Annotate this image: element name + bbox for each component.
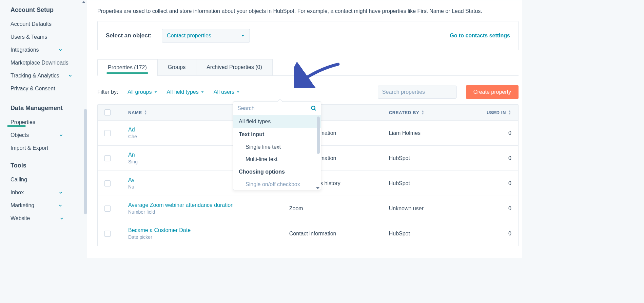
nav-label: Inbox: [11, 190, 24, 196]
scroll-down-icon[interactable]: [316, 187, 319, 189]
dropdown-list: All field types Text input Single line t…: [233, 115, 321, 190]
property-name-link[interactable]: Became a Customer Date: [128, 227, 191, 233]
sidebar-item-integrations[interactable]: Integrations: [11, 43, 87, 56]
svg-marker-0: [241, 35, 244, 37]
row-checkbox[interactable]: [104, 231, 111, 237]
cell-used-in: 0: [481, 206, 511, 212]
svg-line-7: [314, 109, 316, 110]
property-type: Number field: [128, 209, 234, 215]
filter-row: Filter by: All groups All field types Al…: [97, 76, 519, 104]
sidebar-item-marketplace-downloads[interactable]: Marketplace Downloads: [11, 56, 87, 69]
dropdown-item-single-line-text[interactable]: Single line text: [233, 141, 321, 153]
nav-label: Tracking & Analytics: [11, 73, 59, 79]
intro-text: Properties are used to collect and store…: [97, 3, 519, 21]
nav-label: Objects: [11, 132, 29, 138]
dropdown-search-input[interactable]: [237, 105, 308, 111]
go-to-contacts-settings-link[interactable]: Go to contacts settings: [450, 33, 510, 39]
dropdown-scrollbar-thumb[interactable]: [317, 117, 320, 154]
header-name[interactable]: NAME: [128, 110, 142, 115]
cell-used-in: 0: [481, 155, 511, 161]
sidebar-item-marketing[interactable]: Marketing: [11, 199, 87, 212]
tab-label: Groups: [168, 64, 186, 70]
search-icon: [311, 105, 317, 111]
cell-created-by: Unknown user: [389, 206, 481, 212]
row-checkbox[interactable]: [104, 180, 111, 186]
create-property-button[interactable]: Create property: [466, 85, 519, 99]
filter-all-users[interactable]: All users: [214, 89, 240, 95]
object-select-dropdown[interactable]: Contact properties: [162, 29, 250, 42]
sidebar-item-tracking-analytics[interactable]: Tracking & Analytics: [11, 69, 87, 82]
dropdown-item-all-field-types[interactable]: All field types: [233, 115, 321, 128]
nav-label: Properties: [11, 119, 35, 125]
cell-group: Zoom: [289, 206, 389, 212]
svg-marker-1: [154, 91, 157, 93]
sidebar-item-account-defaults[interactable]: Account Defaults: [11, 18, 87, 31]
nav-label: Import & Export: [11, 145, 48, 151]
scroll-up-icon[interactable]: [82, 1, 85, 3]
filter-text: All field types: [167, 89, 199, 95]
sidebar-item-inbox[interactable]: Inbox: [11, 186, 87, 199]
sidebar-section-tools: Tools: [11, 162, 87, 169]
dropdown-item-multi-line-text[interactable]: Multi-line text: [233, 153, 321, 165]
sidebar-item-objects[interactable]: Objects: [11, 129, 87, 142]
nav-label: Account Defaults: [11, 21, 52, 27]
tab-archived-properties[interactable]: Archived Properties (0): [196, 59, 273, 75]
sidebar-item-calling[interactable]: Calling: [11, 173, 87, 186]
row-checkbox[interactable]: [104, 130, 111, 136]
caret-down-icon: [241, 34, 245, 38]
sidebar-item-users-teams[interactable]: Users & Teams: [11, 31, 87, 43]
tab-label: Properties (172): [108, 65, 147, 70]
tab-groups[interactable]: Groups: [157, 59, 196, 75]
property-type: Sing: [128, 159, 138, 164]
object-select-value: Contact properties: [167, 33, 211, 39]
caret-down-icon: [201, 90, 204, 94]
property-type: Che: [128, 134, 137, 139]
chevron-down-icon: [58, 203, 63, 208]
filter-all-groups[interactable]: All groups: [128, 89, 157, 95]
table-row: Became a Customer DateDate picker Contac…: [98, 221, 518, 246]
sidebar-item-website[interactable]: Website: [11, 212, 87, 225]
property-name-link[interactable]: An: [128, 152, 138, 158]
svg-point-6: [311, 106, 315, 110]
caret-down-icon: [236, 90, 240, 94]
object-selector-panel: Select an object: Contact properties Go …: [97, 21, 519, 50]
sidebar-section-data-management: Data Management: [11, 105, 87, 112]
tab-properties[interactable]: Properties (172): [97, 59, 157, 76]
main-content: Properties are used to collect and store…: [87, 0, 522, 258]
sidebar-item-privacy-consent[interactable]: Privacy & Consent: [11, 82, 87, 95]
chevron-down-icon: [59, 216, 64, 221]
sidebar-item-import-export[interactable]: Import & Export: [11, 142, 87, 155]
header-created-by[interactable]: CREATED BY: [389, 110, 419, 115]
select-object-label: Select an object:: [106, 32, 152, 39]
nav-label: Marketing: [11, 202, 34, 209]
caret-down-icon: [154, 90, 157, 94]
filter-text: All groups: [128, 89, 152, 95]
search-properties-input[interactable]: [382, 89, 450, 95]
property-name-link[interactable]: Ad: [128, 127, 137, 133]
cell-created-by: Liam Holmes: [389, 130, 481, 136]
nav-label: Users & Teams: [11, 34, 47, 40]
nav-label: Integrations: [11, 47, 39, 53]
select-all-checkbox[interactable]: [104, 109, 111, 115]
row-checkbox[interactable]: [104, 206, 111, 212]
sort-icon: ▲▼: [421, 110, 425, 115]
sidebar-item-properties[interactable]: Properties: [11, 116, 87, 129]
header-used-in[interactable]: USED IN: [487, 110, 506, 115]
chevron-down-icon: [68, 73, 73, 78]
property-name-link[interactable]: Average Zoom webinar attendance duration: [128, 202, 234, 208]
chevron-down-icon: [59, 133, 63, 138]
nav-label: Website: [11, 215, 30, 221]
scrollbar-thumb[interactable]: [84, 109, 87, 214]
search-properties-box[interactable]: [378, 86, 456, 99]
row-checkbox[interactable]: [104, 155, 111, 161]
sidebar: Account Setup Account Defaults Users & T…: [0, 0, 87, 258]
cell-created-by: HubSpot: [389, 231, 481, 237]
dropdown-item-single-checkbox[interactable]: Single on/off checkbox: [233, 178, 321, 190]
svg-marker-3: [237, 91, 239, 93]
table-row: Average Zoom webinar attendance duration…: [98, 196, 518, 221]
filter-all-field-types[interactable]: All field types: [167, 89, 204, 95]
cell-created-by: HubSpot: [389, 155, 481, 161]
property-name-link[interactable]: Av: [128, 177, 134, 183]
cell-used-in: 0: [481, 130, 511, 136]
dropdown-heading-text-input: Text input: [233, 128, 321, 141]
